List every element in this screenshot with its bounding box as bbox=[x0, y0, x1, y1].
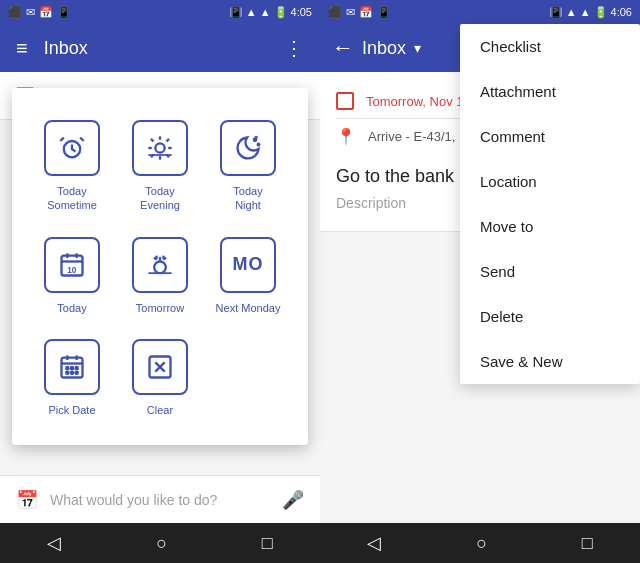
left-status-bar: ⬛ ✉ 📅 📱 📳 ▲ ▲ 🔋 4:05 bbox=[0, 0, 320, 24]
inbox-dropdown-icon[interactable]: ▾ bbox=[414, 40, 421, 56]
mail-icon: ✉ bbox=[26, 6, 35, 19]
svg-point-14 bbox=[258, 144, 260, 146]
left-nav-bar: ◁ ○ □ bbox=[0, 523, 320, 563]
date-grid: TodaySometime bbox=[28, 112, 292, 425]
r-wifi-icon: ▲ bbox=[580, 6, 591, 18]
r-signal-icon: ▲ bbox=[566, 6, 577, 18]
r-vibrate-icon: 📳 bbox=[549, 6, 563, 19]
clear-label: Clear bbox=[147, 403, 173, 417]
svg-line-11 bbox=[167, 139, 169, 141]
r-phone-icon: 📱 bbox=[377, 6, 391, 19]
signal-icon: ▲ bbox=[246, 6, 257, 18]
menu-item-attachment[interactable]: Attachment bbox=[460, 69, 640, 114]
svg-point-15 bbox=[256, 137, 257, 138]
svg-text:10: 10 bbox=[67, 266, 77, 275]
tomorrow-icon-box bbox=[132, 237, 188, 293]
mic-icon[interactable]: 🎤 bbox=[282, 489, 304, 511]
r-back-nav-icon[interactable]: ◁ bbox=[367, 532, 381, 554]
due-date-text: Tomorrow, Nov 1 bbox=[366, 94, 464, 109]
svg-point-3 bbox=[155, 143, 164, 152]
evening-icon-box bbox=[132, 120, 188, 176]
right-panel: ⬛ ✉ 📅 📱 📳 ▲ ▲ 🔋 4:06 ← Inbox ▾ ⋮ Tomorro… bbox=[320, 0, 640, 563]
menu-item-location[interactable]: Location bbox=[460, 159, 640, 204]
right-status-bar: ⬛ ✉ 📅 📱 📳 ▲ ▲ 🔋 4:06 bbox=[320, 0, 640, 24]
date-option-today-evening[interactable]: TodayEvening bbox=[116, 112, 204, 221]
svg-point-34 bbox=[76, 367, 78, 369]
menu-icon[interactable]: ≡ bbox=[16, 37, 28, 60]
date-option-today[interactable]: 10 Today bbox=[28, 229, 116, 323]
calendar-input-icon: 📅 bbox=[16, 489, 38, 511]
clear-icon-box bbox=[132, 339, 188, 395]
today-label: Today bbox=[57, 301, 86, 315]
r-recents-nav-icon[interactable]: □ bbox=[582, 533, 593, 554]
right-toolbar-title: Inbox bbox=[362, 38, 406, 59]
right-status-left: ⬛ ✉ 📅 📱 bbox=[328, 6, 391, 19]
svg-line-25 bbox=[154, 257, 156, 259]
status-right-icons: 📳 ▲ ▲ 🔋 4:05 bbox=[229, 6, 312, 19]
pick-date-icon-box bbox=[44, 339, 100, 395]
tomorrow-label: Tomorrow bbox=[136, 301, 184, 315]
r-home-nav-icon[interactable]: ○ bbox=[476, 533, 487, 554]
left-toolbar: ≡ Inbox ⋮ bbox=[0, 24, 320, 72]
menu-item-send[interactable]: Send bbox=[460, 249, 640, 294]
date-option-tomorrow[interactable]: Tomorrow bbox=[116, 229, 204, 323]
r-calendar-icon: 📅 bbox=[359, 6, 373, 19]
more-options-icon[interactable]: ⋮ bbox=[284, 36, 304, 60]
today-sometime-label: TodaySometime bbox=[47, 184, 97, 213]
right-task-checkbox[interactable] bbox=[336, 92, 354, 110]
next-monday-icon-box: MO bbox=[220, 237, 276, 293]
date-option-next-monday[interactable]: MO Next Monday bbox=[204, 229, 292, 323]
svg-point-21 bbox=[154, 261, 166, 273]
back-button[interactable]: ← bbox=[332, 35, 354, 61]
svg-line-26 bbox=[164, 257, 166, 259]
svg-line-1 bbox=[60, 138, 64, 142]
svg-point-36 bbox=[71, 372, 73, 374]
r-notification-icon: ⬛ bbox=[328, 6, 342, 19]
menu-item-delete[interactable]: Delete bbox=[460, 294, 640, 339]
right-nav-bar: ◁ ○ □ bbox=[320, 523, 640, 563]
location-pin-icon: 📍 bbox=[336, 127, 356, 146]
pick-date-label: Pick Date bbox=[48, 403, 95, 417]
recents-nav-icon[interactable]: □ bbox=[262, 533, 273, 554]
left-toolbar-title: Inbox bbox=[44, 38, 268, 59]
svg-point-32 bbox=[66, 367, 68, 369]
menu-item-save-new[interactable]: Save & New bbox=[460, 339, 640, 384]
today-calendar-icon-box: 10 bbox=[44, 237, 100, 293]
status-left-icons: ⬛ ✉ 📅 📱 bbox=[8, 6, 71, 19]
menu-item-move-to[interactable]: Move to bbox=[460, 204, 640, 249]
svg-line-2 bbox=[80, 138, 84, 142]
right-status-right: 📳 ▲ ▲ 🔋 4:06 bbox=[549, 6, 632, 19]
date-option-today-night[interactable]: TodayNight bbox=[204, 112, 292, 221]
battery-icon: 🔋 bbox=[274, 6, 288, 19]
svg-point-35 bbox=[66, 372, 68, 374]
notification-icon: ⬛ bbox=[8, 6, 22, 19]
bottom-input-bar[interactable]: 📅 What would you like to do? 🎤 bbox=[0, 475, 320, 523]
home-nav-icon[interactable]: ○ bbox=[156, 533, 167, 554]
left-time: 4:05 bbox=[291, 6, 312, 18]
r-mail-icon: ✉ bbox=[346, 6, 355, 19]
right-time: 4:06 bbox=[611, 6, 632, 18]
date-option-clear[interactable]: Clear bbox=[116, 331, 204, 425]
svg-point-37 bbox=[76, 372, 78, 374]
date-option-pick-date[interactable]: Pick Date bbox=[28, 331, 116, 425]
alarm-icon-box bbox=[44, 120, 100, 176]
wifi-icon: ▲ bbox=[260, 6, 271, 18]
left-panel: ⬛ ✉ 📅 📱 📳 ▲ ▲ 🔋 4:05 ≡ Inbox ⋮ Get groce… bbox=[0, 0, 320, 563]
r-battery-icon: 🔋 bbox=[594, 6, 608, 19]
today-evening-label: TodayEvening bbox=[140, 184, 180, 213]
svg-point-33 bbox=[71, 367, 73, 369]
phone-icon: 📱 bbox=[57, 6, 71, 19]
svg-line-6 bbox=[151, 139, 153, 141]
today-night-label: TodayNight bbox=[233, 184, 262, 213]
menu-item-comment[interactable]: Comment bbox=[460, 114, 640, 159]
date-picker-popup: TodaySometime bbox=[12, 88, 308, 445]
back-nav-icon[interactable]: ◁ bbox=[47, 532, 61, 554]
vibrate-icon: 📳 bbox=[229, 6, 243, 19]
context-menu: Checklist Attachment Comment Location Mo… bbox=[460, 24, 640, 384]
menu-item-checklist[interactable]: Checklist bbox=[460, 24, 640, 69]
calendar-icon: 📅 bbox=[39, 6, 53, 19]
night-icon-box bbox=[220, 120, 276, 176]
next-monday-label: Next Monday bbox=[216, 301, 281, 315]
date-option-today-sometime[interactable]: TodaySometime bbox=[28, 112, 116, 221]
input-placeholder: What would you like to do? bbox=[50, 492, 270, 508]
